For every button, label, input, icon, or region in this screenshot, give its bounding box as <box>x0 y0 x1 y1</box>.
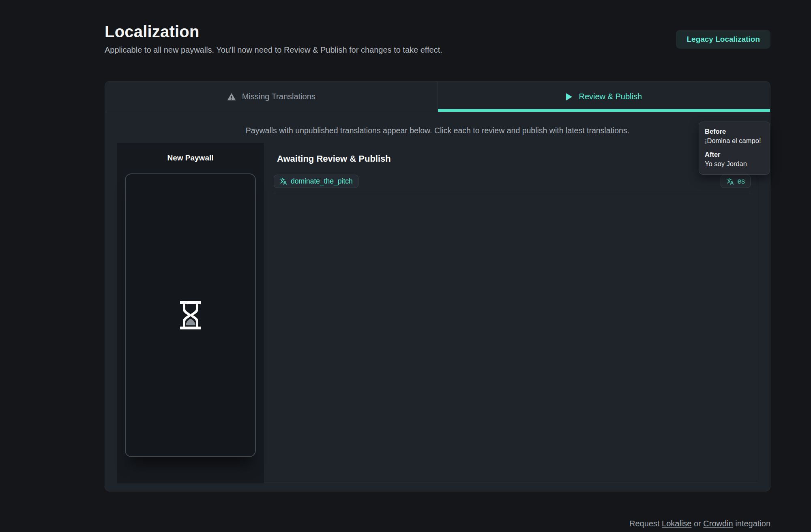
paywall-chip-label: dominate_the_pitch <box>291 177 353 186</box>
warning-icon <box>227 92 236 101</box>
page-subtitle: Applicable to all new paywalls. You'll n… <box>105 45 442 55</box>
awaiting-review-heading: Awaiting Review & Publish <box>277 154 758 164</box>
integration-request-note: Request Lokalise or Crowdin integation <box>629 519 770 528</box>
footer-suffix: integation <box>733 519 770 528</box>
preview-title: New Paywall <box>117 143 264 162</box>
tooltip-after-label: After <box>705 151 764 158</box>
tooltip-before-label: Before <box>705 128 764 135</box>
phone-frame <box>125 173 256 457</box>
paywall-chip-dominate-the-pitch[interactable]: dominate_the_pitch <box>274 175 358 188</box>
tooltip-after-value: Yo soy Jordan <box>705 160 764 168</box>
play-icon <box>566 93 573 101</box>
tab-review-label: Review & Publish <box>579 92 642 101</box>
tab-missing-label: Missing Translations <box>242 92 315 101</box>
review-description: Paywalls with unpublished translations a… <box>105 126 770 135</box>
translation-tooltip: Before ¡Domina el campo! After Yo soy Jo… <box>699 122 770 175</box>
tab-review-publish[interactable]: Review & Publish <box>438 81 770 112</box>
page-title: Localization <box>105 23 200 41</box>
lokalise-link[interactable]: Lokalise <box>662 519 691 528</box>
legacy-localization-button[interactable]: Legacy Localization <box>676 30 770 49</box>
paywall-preview-panel: New Paywall <box>117 143 264 483</box>
language-chip-label: es <box>738 177 745 186</box>
hourglass-icon <box>178 299 203 331</box>
language-chip-es[interactable]: es <box>721 175 751 188</box>
localization-page: { "header": { "title": "Localization", "… <box>0 0 811 532</box>
tab-missing-translations[interactable]: Missing Translations <box>105 81 438 112</box>
translate-icon <box>726 177 734 185</box>
translate-icon <box>279 177 287 185</box>
tooltip-before-value: ¡Domina el campo! <box>705 137 764 145</box>
footer-prefix: Request <box>629 519 662 528</box>
footer-middle: or <box>691 519 703 528</box>
tab-bar: Missing Translations Review & Publish <box>105 81 770 112</box>
paywall-row: dominate_the_pitch es <box>274 175 751 193</box>
awaiting-review-section: Awaiting Review & Publish dominate_the_p… <box>264 143 758 483</box>
crowdin-link[interactable]: Crowdin <box>703 519 733 528</box>
localization-card: Missing Translations Review & Publish Pa… <box>105 81 770 491</box>
active-tab-indicator <box>438 109 770 112</box>
